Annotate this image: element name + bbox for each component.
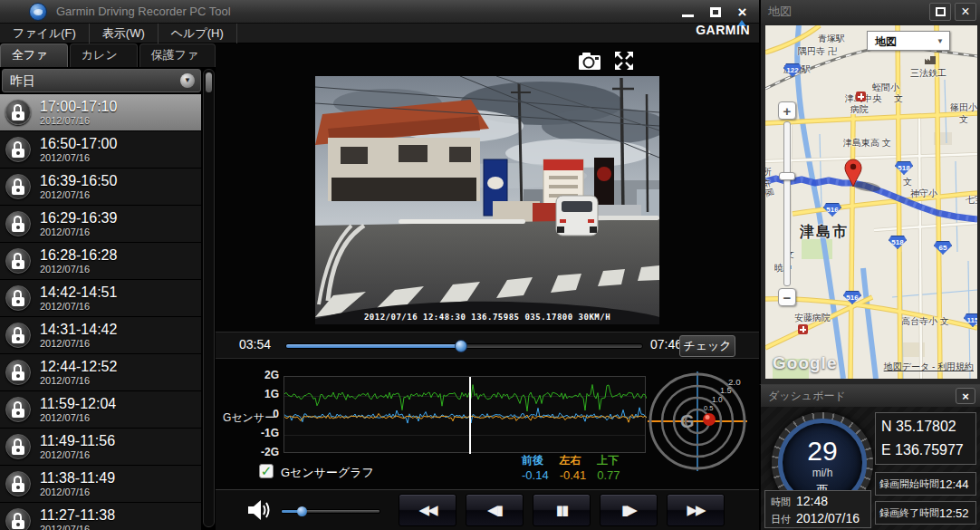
camera-icon [578,51,601,71]
check-icon: ✓ [261,463,273,478]
map-label: 七宝 [966,194,977,207]
file-list-item[interactable]: 12:44-12:522012/07/16 [0,354,201,390]
map-label: 高台寺小 文 [901,315,949,328]
close-icon: × [962,390,969,403]
transport-buttons: ◀◀◀▮▮▮▮▶▶▶ [399,494,725,526]
g-gauge: G 0.51.01.52.0 [648,371,747,471]
zoom-slider-track[interactable] [783,121,791,286]
close-button[interactable]: × [731,3,754,21]
file-list-item[interactable]: 16:28-16:282012/07/16 [0,243,201,279]
fullscreen-button[interactable] [612,50,636,72]
file-list-item[interactable]: 11:38-11:492012/07/16 [0,466,201,502]
file-list-item[interactable]: 11:49-11:562012/07/16 [0,429,201,465]
check-button[interactable]: チェック [679,335,735,357]
g-gauge-letter: G [680,411,695,432]
volume-button[interactable] [246,497,274,526]
tab-カレンダー[interactable]: カレンダー [70,43,138,67]
map-type-dropdown[interactable]: 地図 ▼ [867,31,950,51]
group-header-label: 昨日 [10,73,35,88]
map-maximize-button[interactable] [929,3,951,21]
map-titlebar: 地図 × [761,0,980,24]
date-value: 2012/07/16 [796,510,860,526]
file-list-item[interactable]: 14:42-14:512012/07/16 [0,280,201,316]
snapshot-button[interactable] [576,49,603,72]
step-back-button[interactable]: ◀▮ [466,494,524,526]
map-label: 神守小 [910,188,937,200]
maximize-button[interactable] [704,3,726,21]
timeline-track[interactable] [285,343,643,349]
chevron-down-icon: ▼ [184,70,191,92]
rewind-button[interactable]: ◀◀ [399,494,456,526]
file-list-scrollbar[interactable] [203,69,215,527]
volume-handle[interactable] [297,506,307,516]
tab-保護ファイル[interactable]: 保護ファイル [139,43,216,67]
timeline-fill [286,344,461,348]
video-overlay-text: 2012/07/16 12:48:30 136.75985 035.17800 … [315,313,659,322]
garmin-app-icon [29,3,47,21]
file-time-range: 11:38-11:49 [40,470,115,487]
file-list-item[interactable]: 11:27-11:382012/07/16 [0,503,201,530]
file-date: 2012/07/16 [40,301,117,312]
garmin-logo: GARMIN [696,23,750,37]
map-close-button[interactable]: × [955,3,976,21]
graph-cursor[interactable] [469,377,471,454]
step-forward-button[interactable]: ▮▶ [600,494,658,526]
gauge-ring-label: 0.5 [704,404,713,412]
map-label: 病院 [850,103,869,116]
zoom-out-button[interactable]: − [778,288,796,306]
file-time-range: 17:00-17:10 [40,99,117,115]
map-attribution-link[interactable]: 地図データ - 利用規約 [884,361,974,373]
close-icon: × [961,4,969,20]
dashcam-scene [315,76,659,324]
gsensor-checkbox-label: Gセンサーグラフ [281,465,374,481]
zoom-slider-handle[interactable] [779,172,795,180]
file-list-item[interactable]: 16:50-17:002012/07/16 [0,131,201,168]
gsensor-axis: 2G1G0-1G-2G [241,362,279,471]
volume-slider[interactable] [281,509,380,514]
file-time-range: 16:50-17:00 [40,136,117,152]
legend-value: -0.14 [522,468,549,482]
group-collapse-button[interactable]: ▼ [180,73,195,88]
file-list-item[interactable]: 11:59-12:042012/07/16 [0,391,201,428]
menu-item[interactable]: ファイル(F) [0,24,90,43]
g-ball [703,413,716,426]
menu-item[interactable]: 表示(W) [90,24,159,43]
lock-icon [5,211,31,236]
lock-icon [5,323,31,348]
file-group-header[interactable]: 昨日 ▼ [2,69,201,92]
menu-item[interactable]: ヘルプ(H) [159,24,237,43]
player-panel: 2012/07/16 12:48:30 136.75985 035.17800 … [216,43,759,530]
scrollbar-thumb[interactable] [206,72,212,92]
file-list-item[interactable]: 17:00-17:102012/07/16 [0,94,201,130]
fast-forward-button[interactable]: ▶▶ [667,494,725,526]
lock-icon [5,285,31,311]
map-label: 文 [959,113,968,126]
lock-icon [5,508,31,530]
minimize-button[interactable] [677,3,699,21]
map-label: 津島東高 文 [843,137,891,149]
google-watermark: Google [773,353,837,373]
dashboard-close-button[interactable]: × [956,388,975,404]
gsensor-checkbox[interactable]: ✓ [259,464,274,478]
file-list-item[interactable]: 16:29-16:392012/07/16 [0,206,201,242]
lock-icon [5,174,31,199]
gsensor-graph [283,376,646,453]
window-title: Garmin Driving Recorder PC Tool [56,0,231,24]
fullscreen-icon [613,50,635,72]
zoom-in-button[interactable]: + [778,101,796,120]
gsensor-tick: 0 [243,408,279,420]
app-root: Garmin Driving Recorder PC Tool × ファイル(F… [0,0,980,530]
file-list-item[interactable]: 14:31-14:422012/07/16 [0,317,201,353]
file-time-range: 16:29-16:39 [40,210,117,226]
file-list-item[interactable]: 16:39-16:502012/07/16 [0,169,201,205]
tab-全ファイル[interactable]: 全ファイル [0,43,68,67]
gsensor-legend: 前後-0.14左右-0.41上下0.77 [522,453,620,482]
legend-label: 前後 [522,453,543,468]
chevron-down-icon: ▼ [937,37,944,45]
gauge-ring-label: 2.0 [728,377,741,387]
timeline-handle[interactable] [455,340,467,352]
sidebar: 全ファイルカレンダー保護ファイル 昨日 ▼ 17:00-17:102012/07… [0,43,216,530]
dashboard-titlebar: ダッシュボード × [761,385,980,407]
map-canvas[interactable]: 青塚駅隅円寺 卍勝幡駅三法鉄工蛭間小津島中央病院文篠田小文津島東高 文所佐屋文神… [765,25,977,379]
pause-button[interactable]: ▮▮ [533,494,591,526]
